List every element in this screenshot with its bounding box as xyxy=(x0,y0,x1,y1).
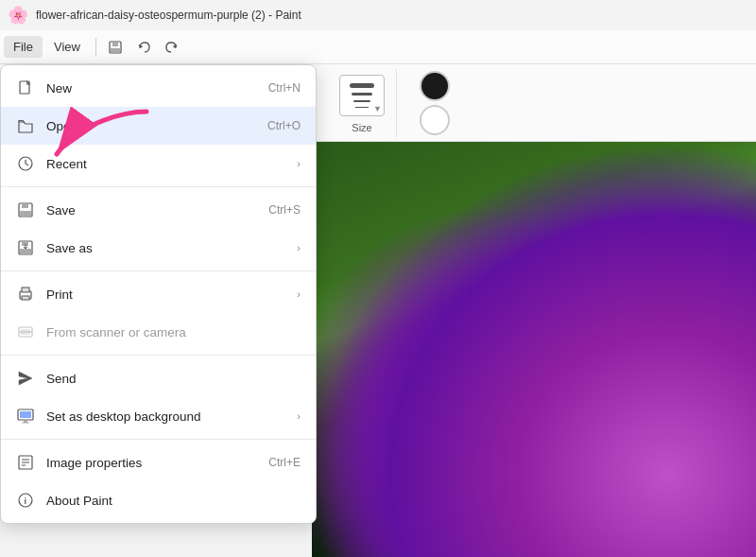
scanner-icon xyxy=(16,322,35,341)
new-file-icon xyxy=(16,78,35,97)
menu-item-print[interactable]: Print › xyxy=(1,275,316,313)
menu-item-send[interactable]: Send xyxy=(1,359,316,397)
size-label: Size xyxy=(352,122,371,133)
properties-icon xyxy=(16,453,35,472)
send-icon xyxy=(16,369,35,388)
menu-item-open[interactable]: Open Ctrl+O xyxy=(1,107,316,145)
svg-rect-26 xyxy=(22,287,29,292)
recent-label: Recent xyxy=(46,157,278,171)
save-toolbar-button[interactable] xyxy=(102,34,129,61)
menu-divider-4 xyxy=(1,439,316,440)
file-menu-button[interactable]: File xyxy=(4,36,43,58)
print-icon xyxy=(16,285,35,304)
new-label: New xyxy=(46,81,257,96)
color-black[interactable] xyxy=(420,71,450,101)
menu-divider-1 xyxy=(1,186,316,187)
color-white[interactable] xyxy=(420,105,450,135)
svg-rect-27 xyxy=(22,296,29,300)
save-icon xyxy=(108,40,123,55)
menu-item-saveas[interactable]: Save as › xyxy=(1,229,316,267)
redo-icon xyxy=(164,40,180,55)
color-palette-group xyxy=(412,65,457,141)
scanner-label: From scanner or camera xyxy=(46,325,301,339)
svg-rect-24 xyxy=(20,249,31,253)
menu-separator xyxy=(95,38,96,57)
recent-icon xyxy=(16,154,35,173)
new-shortcut: Ctrl+N xyxy=(268,81,301,95)
svg-text:i: i xyxy=(25,496,27,506)
svg-rect-2 xyxy=(111,48,120,52)
print-label: Print xyxy=(46,287,278,302)
app-icon: 🌸 xyxy=(8,5,28,26)
print-arrow: › xyxy=(297,288,301,300)
svg-rect-34 xyxy=(22,423,29,424)
save-label: Save xyxy=(46,203,257,218)
svg-rect-32 xyxy=(20,411,31,418)
size-selector[interactable]: ▼ xyxy=(339,75,385,116)
about-icon: i xyxy=(16,491,35,510)
menu-divider-2 xyxy=(1,270,316,271)
desktop-arrow: › xyxy=(297,410,301,422)
window-title: flower-african-daisy-osteospermum-purple… xyxy=(36,9,301,22)
desktop-icon xyxy=(16,407,35,426)
undo-toolbar-button[interactable] xyxy=(130,34,157,61)
redo-toolbar-button[interactable] xyxy=(159,34,185,61)
menu-item-scanner: From scanner or camera xyxy=(1,313,316,351)
saveas-arrow: › xyxy=(297,242,301,253)
menu-item-new[interactable]: New Ctrl+N xyxy=(1,69,316,107)
view-menu-button[interactable]: View xyxy=(44,36,90,58)
canvas-image xyxy=(312,142,756,557)
about-label: About Paint xyxy=(46,494,301,508)
menu-bar: File View xyxy=(0,30,756,64)
size-chevron: ▼ xyxy=(373,104,382,113)
svg-rect-20 xyxy=(22,203,28,208)
menu-item-save[interactable]: Save Ctrl+S xyxy=(1,191,316,229)
file-menu-dropdown: New Ctrl+N Open Ctrl+O Recent › Save Ctr… xyxy=(0,64,317,524)
canvas-area xyxy=(312,142,756,557)
size-lines xyxy=(350,83,374,108)
menu-item-properties[interactable]: Image properties Ctrl+E xyxy=(1,444,316,481)
properties-label: Image properties xyxy=(46,456,257,470)
save-shortcut: Ctrl+S xyxy=(268,203,301,217)
recent-arrow: › xyxy=(297,158,301,169)
svg-rect-21 xyxy=(20,211,31,216)
svg-rect-1 xyxy=(112,42,118,46)
undo-icon xyxy=(136,40,151,55)
size-group: ▼ Size xyxy=(328,69,397,137)
saveas-icon xyxy=(16,238,35,257)
title-bar: 🌸 flower-african-daisy-osteospermum-purp… xyxy=(0,0,756,30)
save-menu-icon xyxy=(16,200,35,219)
desktop-label: Set as desktop background xyxy=(46,409,278,424)
send-label: Send xyxy=(46,372,301,386)
properties-shortcut: Ctrl+E xyxy=(268,456,301,469)
open-label: Open xyxy=(46,119,256,133)
menu-item-desktop[interactable]: Set as desktop background › xyxy=(1,397,316,435)
open-shortcut: Ctrl+O xyxy=(267,119,301,132)
menu-item-about[interactable]: i About Paint xyxy=(1,481,316,519)
saveas-label: Save as xyxy=(46,241,278,255)
open-icon xyxy=(16,116,35,135)
menu-divider-3 xyxy=(1,355,316,356)
menu-item-recent[interactable]: Recent › xyxy=(1,145,316,183)
